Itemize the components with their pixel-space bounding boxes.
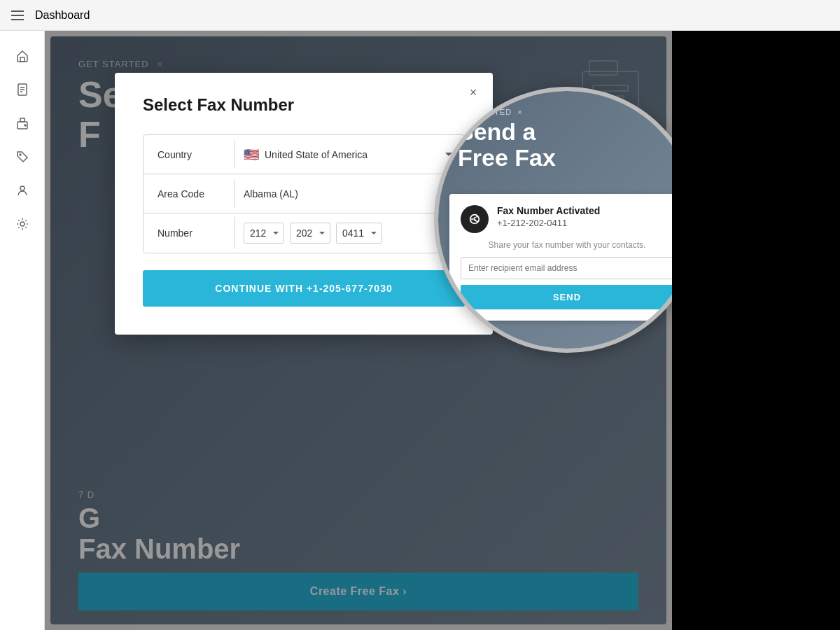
- sidebar-item-fax[interactable]: [8, 109, 36, 137]
- content-area: GET STARTED × Send a F: [45, 31, 672, 630]
- country-label: Country: [144, 149, 234, 160]
- number-part2-select[interactable]: 202 203 555: [290, 223, 330, 244]
- notif-icon: [461, 205, 489, 233]
- zoom-label-x[interactable]: ×: [517, 108, 522, 116]
- hamburger-menu[interactable]: [11, 10, 24, 20]
- sidebar-item-settings[interactable]: [8, 210, 36, 238]
- svg-point-9: [20, 186, 24, 190]
- sidebar-item-documents[interactable]: [8, 76, 36, 104]
- zoom-get-started-label: ET STARTED ×: [458, 108, 672, 116]
- continue-button[interactable]: CONTINUE WITH +1-205-677-7030: [143, 270, 465, 307]
- svg-point-8: [20, 154, 21, 155]
- app-title: Dashboard: [35, 9, 90, 22]
- country-control: 🇺🇸 United State of America Canada United…: [234, 141, 464, 169]
- sidebar-item-tags[interactable]: [8, 143, 36, 171]
- area-code-label: Area Code: [144, 188, 234, 200]
- number-control: 212 213 312 202 203 555: [234, 217, 464, 249]
- svg-point-21: [471, 218, 473, 220]
- zoom-bottom: 7 D G Fax Number Create Free Fax ›: [438, 326, 672, 349]
- notif-number: +1-212-202-0411: [497, 218, 600, 228]
- notif-description: Share your fax number with your contacts…: [461, 240, 672, 250]
- sidebar-item-home[interactable]: [8, 42, 36, 70]
- black-area: [672, 31, 840, 630]
- number-label: Number: [144, 227, 234, 239]
- country-select[interactable]: United State of America Canada United Ki…: [265, 146, 456, 163]
- sidebar: [0, 31, 45, 630]
- send-button[interactable]: SEND: [461, 285, 672, 309]
- svg-point-22: [476, 220, 478, 223]
- svg-point-10: [20, 222, 24, 226]
- number-part1-select[interactable]: 212 213 312: [244, 223, 284, 244]
- country-row: Country 🇺🇸 United State of America Canad…: [144, 135, 464, 174]
- svg-rect-6: [20, 118, 24, 122]
- country-flag: 🇺🇸: [244, 147, 259, 162]
- topbar: Dashboard: [0, 0, 840, 31]
- zoom-bg-title: Send a Free Fax: [458, 119, 672, 172]
- svg-point-20: [476, 216, 478, 218]
- number-row: Number 212 213 312 202 203: [144, 214, 464, 253]
- number-part3-select[interactable]: 0411 0412 7030: [336, 223, 382, 244]
- form-grid: Country 🇺🇸 United State of America Canad…: [143, 134, 465, 253]
- area-code-row: Area Code Albama (AL) Alaska (AK) Arizon…: [144, 174, 464, 214]
- sidebar-item-contacts[interactable]: [8, 176, 36, 204]
- area-code-control: Albama (AL) Alaska (AK) Arizona (AZ) Cal…: [234, 180, 464, 208]
- notif-title: Fax Number Activated: [497, 205, 600, 216]
- svg-point-7: [24, 125, 26, 126]
- area-code-select[interactable]: Albama (AL) Alaska (AK) Arizona (AZ) Cal…: [244, 186, 456, 202]
- recipient-email-input[interactable]: [461, 257, 672, 279]
- svg-rect-0: [20, 57, 24, 62]
- notification-card: ×: [449, 194, 672, 321]
- zoom-bottom-title: G Fax Number: [449, 341, 672, 349]
- modal-title: Select Fax Number: [143, 95, 465, 115]
- zoom-circle: ET STARTED × Send a Free Fax ×: [434, 87, 672, 353]
